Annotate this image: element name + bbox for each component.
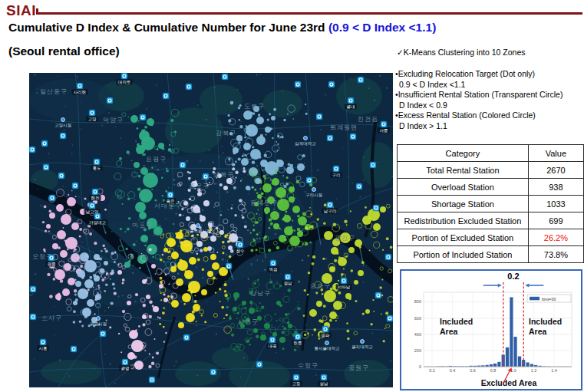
svg-text:퇴계원면: 퇴계원면 bbox=[330, 124, 358, 131]
chart-legend: bins=30 bbox=[527, 295, 571, 302]
row-label: Portion of Excluded Station bbox=[398, 229, 529, 246]
svg-text:bins=30: bins=30 bbox=[542, 297, 556, 301]
row-value-highlight: 26.2% bbox=[528, 229, 583, 246]
svg-text:을지대학교: 을지대학교 bbox=[351, 344, 373, 349]
row-label: Portion of Included Station bbox=[398, 246, 529, 263]
summary-table: Category Value Total Rental Station 2670… bbox=[397, 144, 584, 263]
svg-text:0.2: 0.2 bbox=[429, 368, 435, 373]
included-area-label: Included bbox=[440, 317, 473, 326]
row-value: 2670 bbox=[528, 162, 583, 179]
row-value: 938 bbox=[528, 179, 583, 196]
included-area-label: Included bbox=[529, 317, 562, 326]
gap-width-label: 0.2 bbox=[507, 272, 519, 281]
svg-text:동대문구: 동대문구 bbox=[250, 199, 278, 206]
svg-text:강북구: 강북구 bbox=[216, 130, 236, 137]
svg-text:200: 200 bbox=[414, 348, 421, 353]
svg-text:Area: Area bbox=[440, 327, 458, 336]
svg-text:사릉: 사릉 bbox=[380, 128, 389, 133]
svg-text:삼육대학교: 삼육대학교 bbox=[295, 141, 316, 146]
legend-note-transparent: •Insufficient Rental Station (Transparen… bbox=[395, 90, 584, 110]
svg-text:성북구: 성북구 bbox=[213, 171, 234, 178]
title-main: Cumulative D Index & Cumulative Number f… bbox=[8, 21, 328, 34]
page-title: Cumulative D Index & Cumulative Number f… bbox=[8, 21, 436, 35]
svg-text:남구리: 남구리 bbox=[324, 209, 337, 213]
svg-text:1.2: 1.2 bbox=[531, 368, 537, 373]
table-header-row: Category Value bbox=[398, 145, 584, 162]
svg-text:800: 800 bbox=[414, 299, 421, 304]
svg-text:진건읍: 진건읍 bbox=[358, 116, 378, 123]
table-row: Total Rental Station 2670 bbox=[398, 162, 584, 179]
legend-notes: •Excluding Relocation Target (Dot only) … bbox=[395, 69, 584, 131]
legend-note-colored: •Excess Rental Station (Colored Circle) … bbox=[395, 110, 584, 131]
header-rule bbox=[36, 12, 582, 15]
dindex-histogram: 02004006008000.20.40.60.81.01.21.40.2bin… bbox=[400, 269, 582, 390]
svg-text:광진구: 광진구 bbox=[335, 235, 355, 242]
svg-text:일산동구: 일산동구 bbox=[40, 88, 68, 95]
seoul-cluster-map[interactable]: 일산동구덕양구은평구도봉구강북구진건읍퇴계원면종로구서대문구마포구성북구동대문구… bbox=[29, 73, 393, 387]
legend-note-line: 0.9 < D Index <1.1 bbox=[395, 80, 584, 91]
svg-text:시흥: 시흥 bbox=[39, 346, 48, 351]
table-row: Portion of Included Station 73.8% bbox=[398, 246, 584, 263]
legend-note-line: •Excluding Relocation Target (Dot only) bbox=[395, 69, 584, 80]
svg-text:0.4: 0.4 bbox=[450, 368, 456, 373]
legend-note-line: •Excess Rental Station (Colored Circle) bbox=[395, 110, 584, 121]
svg-text:서하남: 서하남 bbox=[338, 285, 351, 289]
page-subtitle: (Seoul rental office) bbox=[8, 44, 120, 58]
siai-logo: SIAI bbox=[6, 2, 36, 19]
svg-text:성남: 성남 bbox=[320, 381, 329, 387]
svg-text:Area: Area bbox=[529, 327, 547, 336]
svg-text:고양: 고양 bbox=[88, 117, 97, 122]
svg-text:구리: 구리 bbox=[332, 173, 341, 177]
svg-text:동서울대학교: 동서울대학교 bbox=[315, 346, 341, 351]
svg-text:홍은: 홍은 bbox=[167, 199, 176, 203]
svg-text:서울특별시청: 서울특별시청 bbox=[186, 229, 211, 234]
svg-text:0.6: 0.6 bbox=[470, 368, 476, 373]
legend-note-dot: •Excluding Relocation Target (Dot only) … bbox=[395, 69, 584, 90]
row-value: 1033 bbox=[528, 196, 583, 212]
svg-text:광명: 광명 bbox=[121, 366, 130, 371]
row-label: Shortage Station bbox=[398, 196, 529, 212]
svg-text:400: 400 bbox=[414, 332, 421, 337]
svg-text:구리시청: 구리시청 bbox=[305, 193, 322, 198]
row-value: 73.8% bbox=[528, 246, 583, 263]
legend-note-line: •Insufficient Rental Station (Transparen… bbox=[395, 90, 584, 100]
svg-text:성수: 성수 bbox=[236, 249, 246, 254]
row-label: Overload Station bbox=[398, 179, 529, 196]
col-value: Value bbox=[528, 145, 583, 162]
table-row: Shortage Station 1033 bbox=[398, 196, 584, 212]
svg-text:마포구: 마포구 bbox=[132, 222, 153, 229]
svg-text:광명시청: 광명시청 bbox=[90, 321, 107, 327]
svg-text:1.4: 1.4 bbox=[551, 368, 557, 373]
row-label: Total Rental Station bbox=[398, 162, 529, 179]
excluded-area-label: Excluded Area bbox=[481, 378, 537, 387]
table-row: Redistribution Excluded Station 699 bbox=[398, 212, 584, 229]
legend-note-line: D Index > 1.1 bbox=[395, 121, 584, 132]
svg-text:0: 0 bbox=[419, 364, 421, 369]
svg-text:중원구: 중원구 bbox=[348, 364, 369, 371]
svg-text:대학로: 대학로 bbox=[118, 80, 131, 84]
svg-text:수정구: 수정구 bbox=[298, 362, 318, 369]
svg-text:가양대교: 가양대교 bbox=[89, 220, 107, 226]
svg-text:고양시청: 고양시청 bbox=[54, 123, 71, 128]
svg-text:은평구: 은평구 bbox=[146, 156, 167, 163]
svg-text:송파: 송파 bbox=[322, 333, 331, 338]
svg-text:서초구: 서초구 bbox=[238, 318, 259, 325]
svg-text:0.8: 0.8 bbox=[490, 368, 497, 373]
svg-text:고등: 고등 bbox=[292, 381, 302, 386]
svg-text:뚝섬: 뚝섬 bbox=[269, 267, 278, 272]
svg-text:원종: 원종 bbox=[48, 262, 57, 266]
svg-text:청담: 청담 bbox=[284, 281, 293, 286]
col-category: Category bbox=[398, 145, 529, 162]
svg-text:600: 600 bbox=[414, 316, 421, 321]
table-row: Overload Station 938 bbox=[398, 179, 584, 196]
svg-text:송파구: 송파구 bbox=[310, 282, 331, 289]
row-value: 699 bbox=[528, 212, 583, 229]
svg-text:흥도: 흥도 bbox=[93, 166, 102, 170]
legend-note-line: D Index < 0.9 bbox=[395, 100, 584, 111]
svg-text:도봉구: 도봉구 bbox=[244, 103, 265, 110]
svg-text:소사구: 소사구 bbox=[41, 315, 62, 321]
svg-text:종로구: 종로구 bbox=[189, 183, 210, 189]
kmeans-note: ✓K-Means Clustering into 10 Zones bbox=[397, 48, 526, 57]
svg-text:강남구: 강남구 bbox=[250, 290, 271, 297]
svg-text:사리현: 사리현 bbox=[74, 90, 87, 94]
